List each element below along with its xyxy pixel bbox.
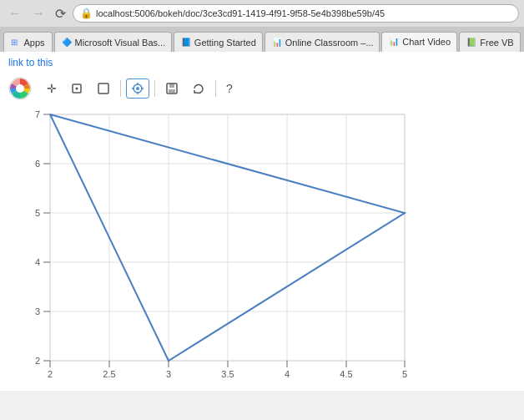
- url-text: localhost:5006/bokeh/doc/3ce3cd91-1419-4…: [96, 8, 385, 18]
- y-tick-5: 5: [35, 208, 40, 218]
- address-bar[interactable]: 🔒 localhost:5006/bokeh/doc/3ce3cd91-1419…: [73, 4, 519, 23]
- x-tick-4: 4: [285, 369, 290, 379]
- tool-separator-2: [154, 80, 155, 97]
- y-tick-6: 6: [35, 159, 40, 169]
- y-tick-7: 7: [35, 110, 40, 119]
- nav-bar: ← → ⟳ 🔒 localhost:5006/bokeh/doc/3ce3cd9…: [0, 0, 524, 27]
- svg-point-1: [16, 84, 24, 93]
- tab-online-classroom-label: Online Classroom –...: [285, 38, 374, 48]
- save-tool-button[interactable]: [160, 78, 184, 99]
- x-tick-35: 3.5: [221, 369, 234, 379]
- tab-ms-label: Microsoft Visual Bas...: [75, 38, 166, 48]
- tab-online-classroom[interactable]: 📊 Online Classroom –...: [265, 32, 380, 52]
- page-content: link to this ✛: [0, 52, 524, 391]
- box-zoom-tool-button[interactable]: [92, 78, 115, 99]
- tab-apps[interactable]: ⊞ Apps: [3, 32, 53, 52]
- chart-video-favicon: 📊: [389, 37, 399, 47]
- tab-chart-video-label: Chart Video: [402, 37, 451, 47]
- x-tick-5: 5: [402, 369, 407, 379]
- tab-free-vb[interactable]: 📗 Free VB: [459, 32, 521, 52]
- pan-tool-button[interactable]: ✛: [42, 78, 62, 99]
- bokeh-logo-icon: [8, 77, 32, 100]
- tool-separator-3: [215, 80, 216, 97]
- svg-rect-12: [169, 83, 174, 88]
- tab-getting-started-label: Getting Started: [194, 38, 256, 48]
- apps-favicon: ⊞: [11, 38, 21, 48]
- free-vb-favicon: 📗: [466, 38, 476, 48]
- reload-button[interactable]: ⟳: [52, 4, 69, 23]
- forward-button[interactable]: →: [28, 4, 48, 23]
- tab-getting-started[interactable]: 📘 Getting Started: [174, 32, 263, 52]
- browser-chrome: ← → ⟳ 🔒 localhost:5006/bokeh/doc/3ce3cd9…: [0, 0, 524, 52]
- tab-free-vb-label: Free VB: [480, 38, 513, 48]
- svg-point-10: [136, 87, 139, 90]
- y-tick-2: 2: [35, 356, 40, 366]
- ms-favicon: 🔷: [62, 38, 72, 48]
- box-select-tool-button[interactable]: [65, 78, 88, 99]
- tool-separator-1: [120, 80, 121, 97]
- x-tick-45: 4.5: [340, 369, 352, 379]
- chart-svg: 2 2.5 3 3.5 4 4.5 5 7 6 5 4 3: [17, 110, 417, 386]
- y-tick-3: 3: [35, 306, 40, 316]
- lock-icon: 🔒: [80, 8, 93, 19]
- chart-container: 2 2.5 3 3.5 4 4.5 5 7 6 5 4 3: [17, 110, 516, 386]
- reset-tool-button[interactable]: [187, 78, 210, 99]
- online-classroom-favicon: 📊: [272, 38, 282, 48]
- svg-point-3: [76, 88, 78, 90]
- tab-chart-video[interactable]: 📊 Chart Video: [381, 32, 457, 52]
- getting-started-favicon: 📘: [181, 38, 191, 48]
- wheel-zoom-tool-button[interactable]: [126, 78, 149, 99]
- back-button[interactable]: ←: [5, 4, 25, 23]
- x-tick-25: 2.5: [103, 369, 115, 379]
- tab-ms[interactable]: 🔷 Microsoft Visual Bas...: [54, 32, 172, 52]
- tabs-bar: ⊞ Apps 🔷 Microsoft Visual Bas... 📘 Getti…: [0, 27, 524, 52]
- svg-rect-13: [169, 89, 175, 93]
- y-tick-4: 4: [35, 257, 40, 267]
- link-to-this[interactable]: link to this: [8, 57, 53, 68]
- tab-apps-label: Apps: [24, 38, 45, 48]
- help-tool-button[interactable]: ?: [221, 78, 238, 99]
- x-tick-3: 3: [166, 369, 171, 379]
- bokeh-toolbar: ✛: [8, 73, 516, 104]
- svg-rect-4: [98, 83, 108, 94]
- x-tick-2: 2: [48, 369, 53, 379]
